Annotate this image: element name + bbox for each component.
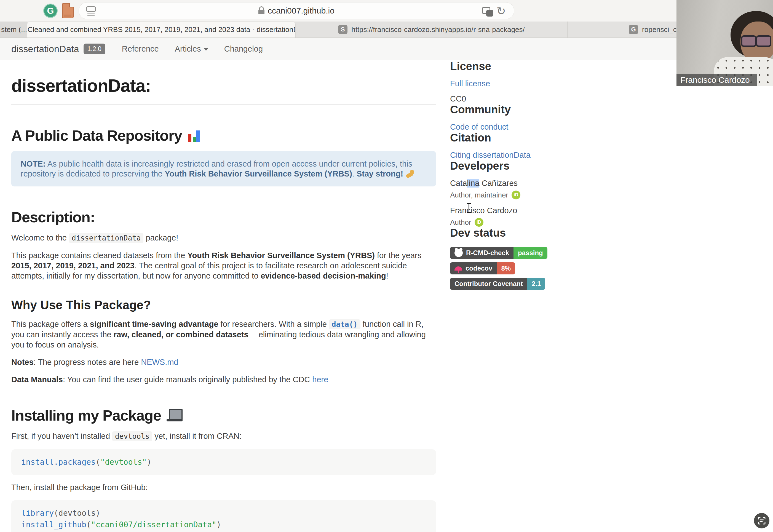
orcid-icon[interactable]: iD [475,218,483,227]
text-selection: lina [467,179,479,188]
hero-heading: A Public Data Repository [11,127,436,144]
citing-link[interactable]: Citing dissertationData [450,151,638,160]
laptop-icon [167,409,183,422]
tab-strip: stem (... G Cleaned and combined YRBS 20… [0,22,773,38]
text-cursor [469,203,469,213]
tab-label: Cleaned and combined YRBS 2015, 2017, 20… [28,25,296,34]
bar-chart-icon [188,128,201,143]
badge-contributor-covenant[interactable]: Contributor Covenant 2.1 [450,278,545,290]
badge-value: 8% [497,262,515,274]
nav-link-reference[interactable]: Reference [122,44,159,54]
community-heading: Community [450,103,638,116]
grammarly-extension-icon[interactable]: G [43,4,58,18]
webcam-name-label: Francisco Cardozo [676,74,757,86]
document-extension-icon[interactable] [62,3,74,18]
codecov-icon [454,266,462,271]
description-paragraph: This package contains cleaned datasets f… [11,250,436,281]
description-heading: Description: [11,208,436,226]
description-welcome-paragraph: Welcome to the dissertationData package! [11,233,436,243]
tab-label: stem (... [1,25,27,34]
badge-label: Contributor Covenant [454,280,523,288]
main-column: dissertationData: A Public Data Reposito… [11,60,436,532]
site-brand[interactable]: dissertationData [11,44,79,54]
person-glasses [741,35,771,45]
code-of-conduct-link[interactable]: Code of conduct [450,122,638,132]
notes-line: Notes: The progress notes are here NEWS.… [11,357,436,367]
chevron-down-icon [204,48,208,51]
github-icon [454,249,463,257]
badge-label: R-CMD-check [466,249,509,257]
license-heading: License [450,60,638,73]
name-text: Francisco Cardozo [450,206,517,215]
code-block-install-github[interactable]: library(devtools)install_github("ccani00… [11,500,436,532]
developer-role: Author, maintainer iD [450,191,638,199]
shinyapps-favicon: S [338,25,347,34]
install-heading-text: Installing my Package [11,407,161,424]
license-value: CC0 [450,94,638,103]
citation-heading: Citation [450,132,638,144]
page-content: dissertationData: A Public Data Reposito… [0,60,773,532]
developer-name-francisco[interactable]: Francisco Cardozo [450,206,638,215]
title-divider [11,104,436,105]
dev-status-heading: Dev status [450,227,638,239]
badge-label: codecov [466,264,492,272]
why-paragraph: This package offers a significant time-s… [11,319,436,350]
install-step2-paragraph: Then, install the package from GitHub: [11,482,436,493]
nav-link-label: Articles [175,44,201,54]
full-license-link[interactable]: Full license [450,79,638,88]
badge-codecov[interactable]: codecov 8% [450,262,515,274]
code-block-install-devtools[interactable]: install.packages("devtools") [11,449,436,475]
webcam-overlay: Francisco Cardozo [676,0,773,86]
badge-r-cmd-check[interactable]: R-CMD-check passing [450,247,547,259]
page-title: dissertationData: [11,76,436,96]
developer-name-catalina[interactable]: Catalina Cañizares [450,179,638,188]
note-callout: NOTE: As public health data is increasin… [11,151,436,186]
tab-label: https://francisco-cardozo.shinyapps.io/r… [351,25,525,34]
ropensci-favicon: G [629,25,638,34]
scan-text-icon [758,517,766,525]
translate-icon[interactable] [482,7,490,14]
role-text: Author [450,218,471,227]
browser-toolbar: G ccani007.github.io ↻ [0,0,773,22]
nav-link-articles[interactable]: Articles [175,44,208,54]
badge-value: passing [513,247,547,259]
grammarly-scan-button[interactable] [754,513,769,528]
name-text: Cata [450,179,467,188]
lock-icon [258,10,264,14]
role-text: Author, maintainer [450,191,508,199]
install-heading: Installing my Package [11,407,436,424]
developer-role: Author iD [450,218,638,227]
badge-value: 2.1 [527,278,545,290]
reload-icon[interactable]: ↻ [496,5,506,17]
tab-shinyapps[interactable]: S https://francisco-cardozo.shinyapps.io… [296,22,568,38]
hero-heading-text: A Public Data Repository [11,127,182,144]
tab-partial-left[interactable]: stem (... [0,22,27,38]
dev-status-badges: R-CMD-check passing codecov 8% Cont [450,247,638,293]
browser-window: { "colors": { "link_blue": "#4679b9", "n… [0,0,773,532]
orcid-icon[interactable]: iD [512,191,520,199]
version-badge: 1.2.0 [84,44,105,54]
url-text[interactable]: ccani007.github.io [268,6,335,15]
address-bar[interactable]: ccani007.github.io ↻ [79,2,514,19]
developers-heading: Developers [450,160,638,172]
tab-active-dissertationdata[interactable]: G Cleaned and combined YRBS 2015, 2017, … [27,22,296,38]
name-text: Cañizares [479,179,518,188]
install-step1-paragraph: First, if you haven’t installed devtools… [11,431,436,442]
sidebar: License Full license CC0 Community Code … [450,60,638,293]
why-heading: Why Use This Package? [11,298,436,312]
data-manuals-line: Data Manuals: You can find the user guid… [11,375,436,385]
nav-link-changelog[interactable]: Changelog [224,44,263,54]
site-navbar: dissertationData 1.2.0 Reference Article… [0,38,773,60]
